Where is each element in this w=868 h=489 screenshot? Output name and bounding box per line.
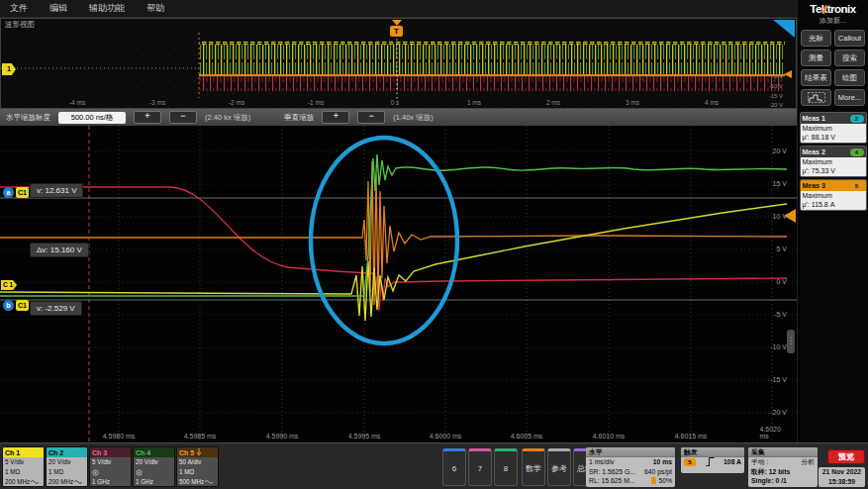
menu-edit[interactable]: 编辑 xyxy=(49,2,67,15)
channel-bandwidth: 500 MHz xyxy=(179,477,204,487)
channel-coupling: 1 MΩ xyxy=(5,467,42,477)
trigger-level: 108 A xyxy=(723,457,741,467)
vertical-pan-handle[interactable]: ⋮ xyxy=(787,330,795,353)
channel-badge-ch4[interactable]: Ch 4 20 V/div 1 GHz xyxy=(133,446,175,487)
zoom-waveform-plot xyxy=(0,126,797,442)
oscilloscope-screen: 文件 编辑 辅助功能 帮助 波形视图 xyxy=(0,0,868,489)
channel-8-button[interactable]: 8 xyxy=(494,448,518,486)
trigger-flag-label: T xyxy=(390,26,403,37)
meas-2-badge[interactable]: Meas 2 4 Maximum μ': 75.33 V xyxy=(800,146,867,177)
meas-value: μ': 75.33 V xyxy=(803,167,864,176)
meas-source-badge: 4 xyxy=(850,148,864,156)
channel-scale: 20 V/div xyxy=(136,457,172,467)
h-zoom-scale-input[interactable]: 500.00 ns/格 xyxy=(58,112,126,124)
time-label: 4.6000 ms xyxy=(430,433,462,440)
logo-text: Tektronix xyxy=(810,3,855,15)
channel-badge-ch3[interactable]: Ch 3 5 V/div 1 GHz xyxy=(89,446,132,487)
acquisition-analyze: 分析 xyxy=(801,457,815,467)
cursor-delta-readout[interactable]: Δv: 15.160 V xyxy=(30,243,89,257)
trigger-position-flag[interactable]: T xyxy=(390,20,403,37)
overview-time-label: -3 ms xyxy=(149,99,165,106)
channel-scale: 5 V/div xyxy=(92,457,129,467)
v-zoom-label: 垂直缩放 xyxy=(284,113,314,123)
plot-button[interactable]: 绘图 xyxy=(834,69,865,86)
meas-1-badge[interactable]: Meas 1 2 Maximum μ': 88.18 V xyxy=(800,112,867,144)
channel-7-button[interactable]: 7 xyxy=(468,448,492,486)
sidebar-button-grid: 光标 Callout 测量 搜索 结果表 绘图 More... xyxy=(798,30,868,106)
cursor-b-badge: b xyxy=(3,300,14,311)
measure-button[interactable]: 测量 xyxy=(801,49,831,66)
time-label: 4.5980 ms xyxy=(103,433,136,440)
channel-bandwidth: 200 MHz xyxy=(48,477,73,487)
v-zoom-factor-label: (1.40x 缩放) xyxy=(393,113,433,123)
overview-time-label: -2 ms xyxy=(229,99,244,106)
horizontal-scale: 1 ms/div xyxy=(589,457,614,467)
cursors-button[interactable]: 光标 xyxy=(801,30,831,47)
overview-volt-label: -10 V xyxy=(769,83,783,89)
run-preview-button[interactable]: 预览 xyxy=(827,449,865,464)
overview-waveform-plot[interactable] xyxy=(1,29,796,108)
time-label: 4.5995 ms xyxy=(348,433,381,440)
time-label: 4.6020 ms xyxy=(760,426,785,440)
ref-button[interactable]: 参考 xyxy=(547,448,571,486)
v-zoom-out-button[interactable]: − xyxy=(357,111,385,124)
zoom-handle-triangle-icon xyxy=(773,20,795,38)
sample-rate: SR: 1.5625 G... xyxy=(589,467,635,477)
channel-6-button[interactable]: 6 xyxy=(442,448,466,486)
histogram-button[interactable] xyxy=(801,89,831,106)
channel-name: Ch 5 xyxy=(179,449,194,456)
search-button[interactable]: 搜索 xyxy=(834,49,865,66)
overview-time-label: -1 ms xyxy=(308,99,324,106)
meas-name: Meas 3 xyxy=(803,182,825,189)
h-zoom-scale-label: 水平缩放标度 xyxy=(6,113,50,123)
meas-source-badge: 2 xyxy=(850,115,864,123)
ch1-trace xyxy=(0,204,787,321)
callout-button[interactable]: Callout xyxy=(834,30,865,47)
meas-3-badge[interactable]: Meas 3 5 Maximum μ': 115.8 A xyxy=(800,179,867,211)
tektronix-logo: Tektronix xyxy=(798,3,868,15)
horizontal-badge[interactable]: 水平 1 ms/div 10 ms SR: 1.5625 G... 640 ps… xyxy=(586,447,675,487)
acquisition-badge[interactable]: 采集 手动 : 分析 取样: 12 bits Single: 0 /1 xyxy=(748,447,818,487)
cursor-a-marker[interactable]: a C1 xyxy=(3,187,29,198)
cursor-b-marker[interactable]: b C1 xyxy=(3,300,29,311)
bottom-bar: Ch 1 5 V/div 1 MΩ 200 MHz Ch 2 20 V/div … xyxy=(0,442,868,489)
overview-volt-label: -5 V xyxy=(772,73,783,79)
bandwidth-icon xyxy=(31,479,39,485)
channel-badge-ch1[interactable]: Ch 1 5 V/div 1 MΩ 200 MHz xyxy=(2,446,45,487)
trigger-source-icon xyxy=(196,448,202,456)
cursor-a-readout[interactable]: v: 12.631 V xyxy=(30,183,83,198)
overview-volt-label: -15 V xyxy=(769,93,783,99)
meas-stat: Maximum xyxy=(803,192,864,201)
channel-name: Ch 2 xyxy=(48,449,63,456)
probe-icon xyxy=(136,469,143,476)
menu-help[interactable]: 帮助 xyxy=(146,2,164,15)
trigger-title: 触发 xyxy=(681,447,744,457)
horizontal-duration: 10 ms xyxy=(653,457,672,467)
menu-utility[interactable]: 辅助功能 xyxy=(89,2,125,15)
h-zoom-in-button[interactable]: + xyxy=(134,111,161,124)
main-waveform-view[interactable]: v: 12.631 V Δv: 15.160 V v: -2.529 V a C… xyxy=(0,126,797,442)
zoom-controls-bar: 水平缩放标度 500.00 ns/格 + − (2.40 kx 缩放) 垂直缩放… xyxy=(0,109,797,126)
results-table-button[interactable]: 结果表 xyxy=(801,69,831,86)
trigger-source-badge: 5 xyxy=(684,458,696,466)
h-zoom-out-button[interactable]: − xyxy=(169,111,197,124)
v-zoom-in-button[interactable]: + xyxy=(322,111,349,124)
more-button[interactable]: More... xyxy=(834,89,865,106)
ch4-trace xyxy=(0,154,787,296)
trigger-badge[interactable]: 触发 5 108 A xyxy=(681,447,744,473)
add-new-label: 添加新... xyxy=(798,16,868,26)
channel-bandwidth: 1 GHz xyxy=(136,477,172,487)
channel-badge-ch5[interactable]: Ch 5 50 A/div 1 MΩ 500 MHz xyxy=(176,446,219,487)
date-label: 21 Nov 2022 xyxy=(819,467,865,477)
channel-bandwidth: 1 GHz xyxy=(92,477,129,487)
channel-badge-ch2[interactable]: Ch 2 20 V/div 1 MΩ 200 MHz xyxy=(46,446,88,487)
math-button[interactable]: 数学 xyxy=(522,448,545,486)
overview-time-label: -4 ms xyxy=(69,99,85,106)
position-indicator-icon xyxy=(651,477,656,484)
menu-file[interactable]: 文件 xyxy=(10,2,28,15)
cursor-b-readout[interactable]: v: -2.529 V xyxy=(30,301,82,316)
channel-name: Ch 4 xyxy=(136,449,150,456)
overview-zoom-handle[interactable] xyxy=(773,20,795,38)
h-zoom-factor-label: (2.40 kx 缩放) xyxy=(205,113,250,123)
acquisition-mode: 手动 : xyxy=(751,457,768,467)
